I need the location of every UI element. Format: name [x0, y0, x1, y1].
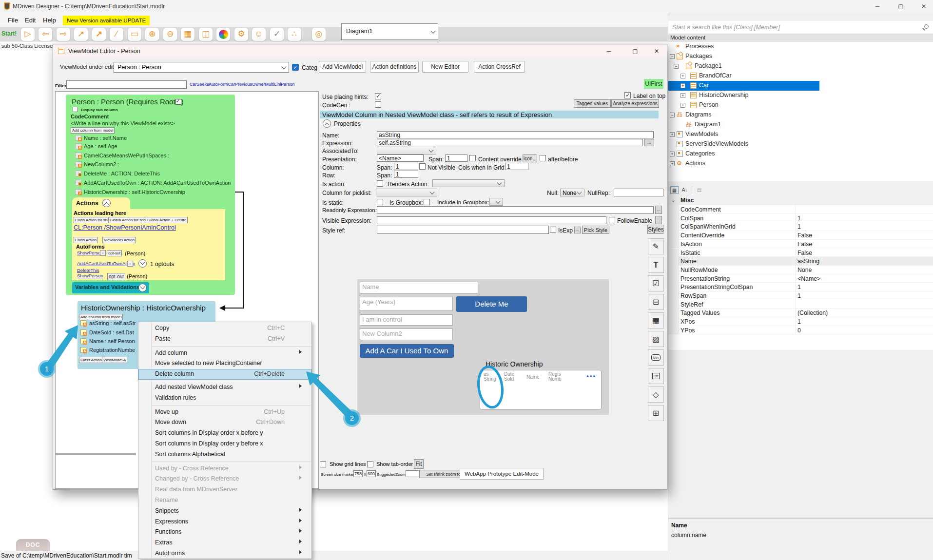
readonly-expression-input[interactable]: [377, 206, 654, 214]
add-viewmodel-button[interactable]: Add ViewModel: [319, 61, 366, 73]
window-run-icon[interactable]: ◫: [199, 28, 213, 41]
zoom-out-icon[interactable]: ⊖: [163, 28, 177, 41]
grid-col-datesold[interactable]: Date Sold: [504, 372, 517, 382]
grid-col-name[interactable]: Name: [526, 375, 540, 380]
style-ref-input[interactable]: [377, 226, 549, 234]
grid-menu-dots[interactable]: •••: [586, 372, 596, 380]
hscrollbar-thumb[interactable]: [56, 453, 136, 455]
grid-col-asstring[interactable]: as String: [484, 372, 497, 382]
menu-item-autoforms[interactable]: AutoForms: [138, 548, 311, 559]
menu-item-move-up[interactable]: Move upCtrl+Up: [138, 407, 311, 418]
name-field[interactable]: Name: [360, 282, 478, 294]
is-static-checkbox[interactable]: [377, 199, 383, 205]
expand-icon[interactable]: +: [680, 103, 685, 108]
menu-item-changed-by[interactable]: Changed by - Cross Reference: [138, 474, 311, 484]
expression-input[interactable]: self.asString: [377, 139, 643, 146]
menu-item-sort-x-before-y[interactable]: Sort columns in Display order x before y: [138, 428, 311, 439]
menu-item-real-data[interactable]: Real data from MDrivenServer: [138, 484, 311, 495]
prop-row[interactable]: CodeComment: [668, 205, 933, 214]
column-row[interactable]: asString : self.asStr: [89, 320, 136, 326]
visible-expression-input[interactable]: [377, 216, 606, 224]
show-grid-lines-checkbox[interactable]: [320, 461, 326, 467]
tree-item-packages[interactable]: −Packages: [668, 52, 933, 61]
tree-item-viewmodels[interactable]: +ViewModels: [668, 130, 933, 139]
icon-button[interactable]: Icon...: [523, 154, 537, 162]
collapse-icon[interactable]: −: [670, 113, 675, 117]
tagged-values-button[interactable]: Tagged values: [574, 99, 611, 108]
collapse-circle-icon[interactable]: [323, 119, 331, 128]
line-arrow-icon[interactable]: ↗: [74, 28, 88, 41]
action-definitions-button[interactable]: Action definitions: [370, 61, 419, 73]
menu-item-copy[interactable]: CopyCtrl+C: [138, 323, 311, 334]
relation-nodes-icon[interactable]: ∴: [288, 28, 301, 41]
age-field[interactable]: Age (Years): [360, 297, 453, 311]
color-wheel-icon-btn[interactable]: [216, 28, 230, 41]
tree-item-serversideviewmodels[interactable]: ServerSideViewModels: [668, 139, 933, 149]
menu-file[interactable]: File: [5, 15, 21, 25]
expand-icon[interactable]: +: [670, 161, 675, 166]
tree-item-car[interactable]: +Car: [668, 81, 819, 91]
menu-item-sort-alphabetical[interactable]: Sort columns Alphabetical: [138, 449, 311, 460]
categ-checkbox[interactable]: ✓: [292, 64, 299, 71]
tree-item-actions[interactable]: +⚙Actions: [668, 159, 933, 169]
null-select[interactable]: None: [560, 189, 584, 196]
fit-button[interactable]: Fit: [414, 459, 424, 469]
uifirst-badge[interactable]: UIFirst: [644, 79, 663, 89]
dashed-line-icon[interactable]: ∕: [110, 28, 123, 41]
link-carseeker[interactable]: CarSeeker: [190, 82, 211, 87]
update-badge[interactable]: New Version available UPDATE: [63, 16, 150, 25]
window-maximize-button[interactable]: ▢: [890, 0, 912, 13]
viewmodel-select[interactable]: Person : Person: [114, 62, 289, 73]
prop-row[interactable]: ColSpan1: [668, 214, 933, 223]
tree-item-historicownership[interactable]: +HistoricOwnership: [668, 91, 933, 100]
is-action-checkbox[interactable]: [377, 180, 383, 187]
analyze-expressions-button[interactable]: Analyze expressions: [611, 99, 659, 108]
tree-item-categories[interactable]: +Categories: [668, 149, 933, 159]
addacar-button[interactable]: Add A Car I Used To Own: [360, 344, 454, 358]
new-editor-button[interactable]: New Editor: [422, 61, 468, 73]
expand-icon[interactable]: +: [680, 93, 685, 98]
window-close-button[interactable]: ✕: [913, 0, 933, 13]
prop-row[interactable]: PresentationStringColSpan1: [668, 283, 933, 291]
column-row[interactable]: Name : self.Person: [89, 338, 135, 344]
prop-row[interactable]: Tagged Values(Collection): [668, 309, 933, 317]
action-crossref-button[interactable]: Action CrossRef: [474, 61, 525, 73]
visible-ellipsis-button[interactable]: ...: [655, 216, 662, 224]
presentation-input[interactable]: <Name>: [377, 154, 424, 162]
show-tab-order-checkbox[interactable]: [367, 461, 373, 467]
zoom-in-icon[interactable]: ⊕: [145, 28, 159, 41]
doc-tab[interactable]: DOC: [16, 539, 50, 551]
menu-item-add-nested[interactable]: Add nested ViewModel class: [138, 382, 311, 393]
tree-item-diagram1[interactable]: 品Diagram1: [668, 120, 933, 130]
add-column-button[interactable]: Add column from model: [79, 314, 123, 320]
name-input[interactable]: asString: [377, 131, 654, 138]
back-arrow-icon[interactable]: ⇦: [39, 28, 52, 41]
button-tool-icon[interactable]: btn: [648, 349, 664, 366]
tree-item-brandofcar[interactable]: +BrandOfCar: [668, 71, 933, 81]
menu-item-paste[interactable]: PasteCtrl+V: [138, 334, 311, 345]
prop-row-selected[interactable]: NameasString: [668, 257, 933, 266]
class-action-button[interactable]: Class Action: [79, 357, 103, 363]
prop-row[interactable]: NullRowModeNone: [668, 266, 933, 274]
prop-row[interactable]: XPos1: [668, 317, 933, 326]
screen-width-input[interactable]: 758: [353, 470, 363, 477]
spiral-sync-icon[interactable]: ◎: [312, 28, 326, 41]
column-span-input[interactable]: 1: [394, 163, 418, 170]
validate-check-icon[interactable]: ✓: [270, 28, 284, 41]
menu-item-add-column[interactable]: Add column: [138, 348, 311, 359]
menu-item-validation-rules[interactable]: Validation rules: [138, 393, 311, 404]
styles-button[interactable]: Styles: [647, 225, 663, 234]
prop-row[interactable]: YPos0: [668, 326, 933, 335]
dialog-maximize-button[interactable]: ▢: [630, 47, 640, 56]
link-person[interactable]: Person: [281, 82, 295, 87]
menu-help[interactable]: Help: [40, 15, 59, 25]
calendar-tool-icon[interactable]: ▦: [648, 312, 664, 328]
link-autoform[interactable]: AutoFormCarPreviousOwnerMultiLink: [209, 82, 282, 87]
tree-item-package1[interactable]: −Package1: [668, 61, 933, 71]
tree-item-diagrams[interactable]: −品Diagrams: [668, 110, 933, 120]
menu-item-delete-column[interactable]: Delete columnCtrl+Delete: [138, 369, 311, 380]
codegen-checkbox[interactable]: [375, 101, 381, 108]
screen-height-input[interactable]: 600: [367, 470, 376, 477]
control-field[interactable]: I am in control: [360, 314, 453, 326]
menu-item-used-by[interactable]: Used by - Cross Reference: [138, 463, 311, 474]
